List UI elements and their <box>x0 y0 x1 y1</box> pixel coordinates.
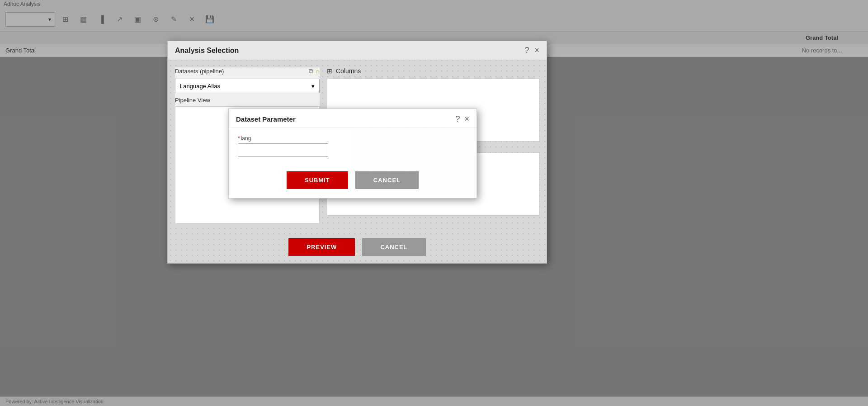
datasets-label: Datasets (pipeline) <box>175 68 224 75</box>
required-asterisk: * <box>238 135 240 142</box>
param-field-container: *lang <box>238 135 467 157</box>
analysis-left-icons: ⧉ ⌂ <box>309 67 320 75</box>
dataset-param-header: Dataset Parameter ? × <box>229 109 476 128</box>
analysis-left-header: Datasets (pipeline) ⧉ ⌂ <box>175 67 320 75</box>
analysis-cancel-button[interactable]: CANCEL <box>362 238 425 256</box>
dataset-param-title: Dataset Parameter <box>236 115 296 123</box>
dataset-param-cancel-button[interactable]: CANCEL <box>355 171 419 189</box>
dataset-param-help-button[interactable]: ? <box>455 114 460 124</box>
datasets-dropdown-value: Language Alias <box>180 83 220 90</box>
analysis-dialog-title: Analysis Selection <box>175 47 239 55</box>
analysis-dialog-header: Analysis Selection ? × <box>168 41 547 60</box>
filter-sliders-icon[interactable]: ⧉ <box>309 67 313 75</box>
analysis-close-button[interactable]: × <box>534 46 539 55</box>
pipeline-view-label: Pipeline View <box>175 97 320 104</box>
columns-icon: ⊞ <box>327 67 332 75</box>
analysis-help-button[interactable]: ? <box>524 46 529 55</box>
param-field-label: *lang <box>238 135 467 142</box>
dataset-param-close-button[interactable]: × <box>464 114 469 124</box>
chevron-down-icon: ▾ <box>311 83 315 90</box>
submit-button[interactable]: SUBMIT <box>287 171 348 189</box>
columns-header: ⊞ Columns <box>327 67 539 75</box>
dataset-param-header-actions: ? × <box>455 114 469 124</box>
dataset-param-inner: Dataset Parameter ? × *lang SUBMIT CANCE… <box>229 109 476 198</box>
dataset-param-body: *lang <box>229 128 476 166</box>
datasets-dropdown[interactable]: Language Alias ▾ <box>175 79 320 93</box>
lang-input[interactable] <box>238 143 328 157</box>
preview-button[interactable]: PREVIEW <box>288 238 355 256</box>
columns-label: Columns <box>336 67 361 75</box>
analysis-footer: PREVIEW CANCEL <box>168 231 547 263</box>
field-name-label: lang <box>241 135 251 142</box>
analysis-dialog-header-actions: ? × <box>524 46 539 55</box>
dataset-param-footer: SUBMIT CANCEL <box>229 166 476 198</box>
dataset-parameter-dialog: Dataset Parameter ? × *lang SUBMIT CANCE… <box>228 109 477 198</box>
home-icon[interactable]: ⌂ <box>316 67 320 75</box>
